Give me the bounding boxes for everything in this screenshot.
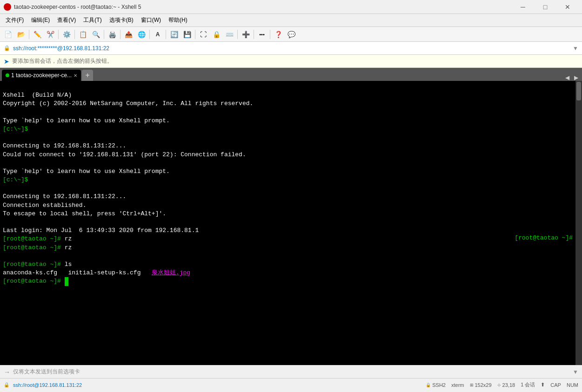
svg-point-0: [5, 5, 10, 9]
address-lock-icon: 🔒: [4, 45, 10, 51]
toolbar-separator: [74, 30, 75, 39]
scroll-icon: ⬆: [541, 381, 545, 388]
lock-status-icon: 🔒: [4, 382, 9, 387]
menu-item-工具(T)[interactable]: 工具(T): [80, 14, 105, 27]
info-text: 要添加当前会话，点击左侧的箭头按钮。: [12, 57, 113, 65]
titlebar-left: taotao-zookeeper-centos - root@taotao:~ …: [4, 3, 141, 11]
font-button[interactable]: A: [152, 28, 164, 40]
toolbar-separator: [254, 30, 254, 39]
cursor: [65, 277, 68, 286]
titlebar: taotao-zookeeper-centos - root@taotao:~ …: [0, 0, 582, 14]
tab-label: 1 taotao-zookeeper-ce...: [11, 72, 72, 79]
more-button[interactable]: •••: [256, 28, 268, 40]
edit-button[interactable]: ✏️: [31, 28, 43, 40]
address-text: ssh://root:*********@192.168.81.131:22: [13, 45, 573, 52]
close-button[interactable]: ✕: [557, 0, 578, 14]
session-count: 1 会话: [521, 381, 535, 388]
cut-button[interactable]: ✂️: [44, 28, 56, 40]
menu-item-选项卡(B)[interactable]: 选项卡(B): [106, 14, 137, 27]
send-bar-right: ▼: [573, 369, 578, 375]
terminal[interactable]: Xshell (Build N/A) Copyright (c) 2002-20…: [0, 81, 575, 365]
info-bar: ➤ 要添加当前会话，点击左侧的箭头按钮。: [0, 55, 582, 68]
num-lock-status: NUM: [567, 381, 578, 388]
right-terminal-text: [root@taotao ~]#: [500, 227, 573, 248]
toolbar-separator: [237, 30, 238, 39]
xshell-icon: [4, 3, 11, 11]
ssh-status: 🔒SSH2: [426, 381, 446, 388]
print-button[interactable]: 🖨️: [106, 28, 118, 40]
status-bar: 🔒 ssh://root@192.168.81.131:22 🔒SSH2 xte…: [0, 378, 582, 391]
send-icon: →: [4, 368, 10, 376]
clipboard-button[interactable]: 📋: [77, 28, 89, 40]
toolbar-separator: [166, 30, 166, 39]
terminal-line-1: Xshell (Build N/A) Copyright (c) 2002-20…: [3, 92, 253, 285]
new-file-button[interactable]: 📄: [2, 28, 14, 40]
tab-close-button[interactable]: ✕: [74, 73, 77, 78]
tab-scroll-right[interactable]: ▶: [572, 74, 580, 81]
caps-lock-status: CAP: [550, 381, 561, 388]
send-text: 仅将文本发送到当前选项卡: [13, 368, 80, 376]
add-button[interactable]: ➕: [240, 28, 252, 40]
lock-icon-small: 🔒: [426, 383, 431, 387]
tab-bar: 1 taotao-zookeeper-ce... ✕ + ◀ ▶: [0, 68, 582, 81]
maximize-button[interactable]: □: [535, 0, 556, 14]
cursor-position: ⊹23,18: [497, 381, 515, 388]
save-button[interactable]: 💾: [181, 28, 193, 40]
toolbar-separator: [58, 30, 59, 39]
toolbar-separator: [104, 30, 104, 39]
toolbar-separator: [149, 30, 150, 39]
upload-button[interactable]: 📤: [122, 28, 134, 40]
toolbar-separator: [120, 30, 120, 39]
toolbar: 📄 📂 ✏️ ✂️ ⚙️ 📋 🔍 🖨️ 📤 🌐 A 🔄 💾 ⛶ 🔒 ⌨️ ➕ •…: [0, 27, 582, 42]
address-dropdown-icon[interactable]: ▼: [573, 45, 578, 52]
menu-item-文件(F)[interactable]: 文件(F): [2, 14, 27, 27]
refresh-button[interactable]: 🔄: [168, 28, 180, 40]
send-text-bar: → 仅将文本发送到当前选项卡 ▼: [0, 365, 582, 378]
window-controls: ─ □ ✕: [512, 0, 578, 14]
toolbar-separator: [29, 30, 29, 39]
help-button[interactable]: ❓: [272, 28, 284, 40]
term-type: xterm: [451, 381, 464, 388]
tab-scroll-buttons: ◀ ▶: [563, 74, 580, 81]
info-arrow-icon: ➤: [4, 58, 9, 65]
tab-scroll-left[interactable]: ◀: [563, 74, 571, 81]
menu-item-帮助(H)[interactable]: 帮助(H): [165, 14, 191, 27]
menubar: 文件(F)编辑(E)查看(V)工具(T)选项卡(B)窗口(W)帮助(H): [0, 14, 582, 27]
window-size: ⊞152x29: [470, 381, 492, 388]
terminal-wrapper: Xshell (Build N/A) Copyright (c) 2002-20…: [0, 81, 582, 365]
settings-button[interactable]: ⚙️: [60, 28, 73, 40]
terminal-scrollbar[interactable]: [575, 81, 582, 365]
menu-item-编辑(E)[interactable]: 编辑(E): [27, 14, 54, 27]
web-button[interactable]: 🌐: [135, 28, 147, 40]
connection-address: ssh://root@192.168.81.131:22: [13, 382, 422, 388]
keyboard-button[interactable]: ⌨️: [223, 28, 235, 40]
menu-item-查看(V)[interactable]: 查看(V): [54, 14, 80, 27]
toolbar-separator: [195, 30, 195, 39]
fullscreen-button[interactable]: ⛶: [197, 28, 209, 40]
toolbar-separator: [270, 30, 270, 39]
scroll-thumb[interactable]: [576, 82, 581, 100]
status-bar-right: 🔒SSH2 xterm ⊞152x29 ⊹23,18 1 会话 ⬆ CAP NU…: [426, 381, 578, 388]
tab-status-dot: [6, 73, 9, 77]
find-button[interactable]: 🔍: [90, 28, 102, 40]
add-tab-button[interactable]: +: [82, 70, 93, 81]
lock-button[interactable]: 🔒: [210, 28, 222, 40]
menu-item-窗口(W)[interactable]: 窗口(W): [137, 14, 165, 27]
open-button[interactable]: 📂: [15, 28, 27, 40]
active-tab[interactable]: 1 taotao-zookeeper-ce... ✕: [2, 70, 81, 81]
chat-button[interactable]: 💬: [285, 28, 297, 40]
address-bar: 🔒 ssh://root:*********@192.168.81.131:22…: [0, 42, 582, 55]
minimize-button[interactable]: ─: [512, 0, 534, 14]
window-title: taotao-zookeeper-centos - root@taotao:~ …: [14, 4, 141, 10]
